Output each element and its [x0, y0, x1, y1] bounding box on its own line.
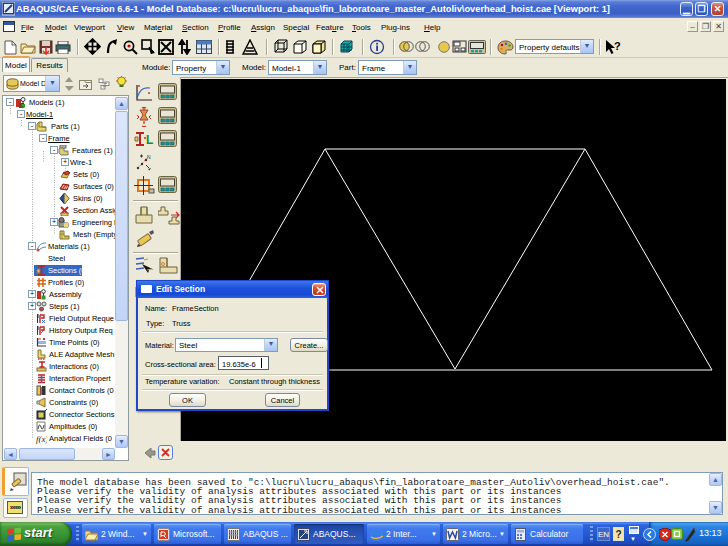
svg-text:?: ?	[614, 40, 621, 52]
svg-text:L: L	[146, 133, 153, 147]
svg-text:N: N	[147, 154, 151, 160]
svg-text:f(x): f(x)	[36, 434, 47, 444]
